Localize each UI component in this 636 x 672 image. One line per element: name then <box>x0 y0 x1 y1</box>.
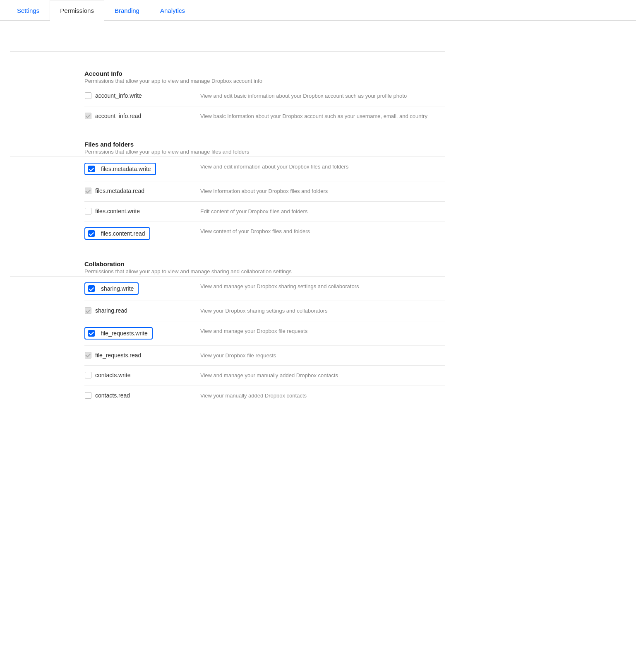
checkbox-sharing_read <box>84 307 92 314</box>
permission-row-files_metadata_read: files.metadata.readView information abou… <box>84 181 445 201</box>
permission-row-files_content_write: files.content.writeEdit content of your … <box>84 202 445 222</box>
permission-desc-account_info_read: View basic information about your Dropbo… <box>200 112 445 120</box>
permission-row-file_requests_write: file_requests.writeView and manage your … <box>84 321 445 346</box>
permission-left-files_metadata_read: files.metadata.read <box>84 187 200 195</box>
group-header-account-info: Account InfoPermissions that allow your … <box>10 62 445 86</box>
perm-subblock-collaboration-1: file_requests.writeView and manage your … <box>10 321 445 366</box>
permission-name-sharing_read: sharing.read <box>95 307 127 314</box>
permission-row-sharing_read: sharing.readView your Dropbox sharing se… <box>84 301 445 321</box>
perm-block-account-info: account_info.writeView and edit basic in… <box>10 86 445 126</box>
permission-highlight-files_metadata_write: files.metadata.write <box>84 163 156 175</box>
checkbox-files_metadata_write[interactable] <box>88 165 95 173</box>
checkbox-contacts_read[interactable] <box>84 392 92 399</box>
permission-desc-files_metadata_write: View and edit information about your Dro… <box>200 163 445 171</box>
permission-left-file_requests_write: file_requests.write <box>84 327 200 340</box>
permission-left-account_info_write: account_info.write <box>84 92 200 99</box>
permission-row-account_info_write: account_info.writeView and edit basic in… <box>84 86 445 106</box>
permission-highlight-file_requests_write: file_requests.write <box>84 327 153 340</box>
permission-name-files_content_write: files.content.write <box>95 208 140 214</box>
individual-scopes-section <box>10 34 445 52</box>
permission-highlight-files_content_read: files.content.read <box>84 227 150 240</box>
permission-name-files_content_read: files.content.read <box>101 230 145 237</box>
group-subtitle-collaboration: Permissions that allow your app to view … <box>84 268 445 275</box>
group-subtitle-files-folders: Permissions that allow your app to view … <box>84 149 445 155</box>
tab-settings[interactable]: Settings <box>7 0 50 21</box>
group-title-collaboration: Collaboration <box>84 260 445 267</box>
checkbox-files_content_write[interactable] <box>84 207 92 215</box>
permission-name-file_requests_read: file_requests.read <box>95 352 141 359</box>
permission-row-contacts_write: contacts.writeView and manage your manua… <box>84 366 445 386</box>
permission-desc-sharing_read: View your Dropbox sharing settings and c… <box>200 307 445 315</box>
permission-desc-file_requests_read: View your Dropbox file requests <box>200 352 445 360</box>
permission-left-files_content_write: files.content.write <box>84 207 200 215</box>
perm-subblock-collaboration-0: sharing.writeView and manage your Dropbo… <box>10 277 445 321</box>
tabs-container: SettingsPermissionsBrandingAnalytics <box>0 0 636 21</box>
permission-desc-files_content_read: View content of your Dropbox files and f… <box>200 227 445 236</box>
permission-name-contacts_read: contacts.read <box>95 392 130 399</box>
permission-name-contacts_write: contacts.write <box>95 372 131 378</box>
group-subtitle-account-info: Permissions that allow your app to view … <box>84 78 445 84</box>
permission-row-sharing_write: sharing.writeView and manage your Dropbo… <box>84 277 445 301</box>
perm-subblock-files-folders-1: files.content.writeEdit content of your … <box>10 202 445 246</box>
tab-permissions[interactable]: Permissions <box>50 0 104 21</box>
permission-desc-files_content_write: Edit content of your Dropbox files and f… <box>200 207 445 216</box>
checkbox-file_requests_write[interactable] <box>88 330 95 337</box>
checkbox-account_info_write[interactable] <box>84 92 92 99</box>
permission-left-sharing_read: sharing.read <box>84 307 200 314</box>
tab-analytics[interactable]: Analytics <box>150 0 195 21</box>
individual-scopes-label <box>10 42 84 43</box>
perm-subblock-files-folders-0: files.metadata.writeView and edit inform… <box>10 157 445 201</box>
group-header-collaboration: CollaborationPermissions that allow your… <box>10 252 445 276</box>
checkbox-file_requests_read <box>84 352 92 359</box>
group-header-files-folders: Files and foldersPermissions that allow … <box>10 132 445 157</box>
permission-desc-file_requests_write: View and manage your Dropbox file reques… <box>200 327 445 335</box>
permission-row-account_info_read: account_info.readView basic information … <box>84 106 445 126</box>
permission-name-files_metadata_read: files.metadata.read <box>95 188 144 194</box>
permission-desc-files_metadata_read: View information about your Dropbox file… <box>200 187 445 195</box>
group-title-files-folders: Files and folders <box>84 141 445 148</box>
permission-left-files_metadata_write: files.metadata.write <box>84 163 200 175</box>
permission-left-contacts_write: contacts.write <box>84 371 200 379</box>
permission-left-sharing_write: sharing.write <box>84 282 200 295</box>
checkbox-sharing_write[interactable] <box>88 285 95 292</box>
permission-left-files_content_read: files.content.read <box>84 227 200 240</box>
permissions-groups: Account InfoPermissions that allow your … <box>10 62 445 412</box>
permission-left-contacts_read: contacts.read <box>84 392 200 399</box>
permission-row-files_content_read: files.content.readView content of your D… <box>84 222 445 246</box>
permission-desc-contacts_write: View and manage your manually added Drop… <box>200 371 445 380</box>
checkbox-files_content_read[interactable] <box>88 230 95 237</box>
checkbox-account_info_read <box>84 112 92 120</box>
permission-left-account_info_read: account_info.read <box>84 112 200 120</box>
main-content: Account InfoPermissions that allow your … <box>0 21 455 422</box>
permission-name-files_metadata_write: files.metadata.write <box>101 166 151 172</box>
permission-name-account_info_read: account_info.read <box>95 113 141 119</box>
permission-name-sharing_write: sharing.write <box>101 285 134 292</box>
tab-branding[interactable]: Branding <box>104 0 150 21</box>
permission-desc-contacts_read: View your manually added Dropbox contact… <box>200 392 445 400</box>
permission-desc-sharing_write: View and manage your Dropbox sharing set… <box>200 282 445 291</box>
permission-left-file_requests_read: file_requests.read <box>84 352 200 359</box>
perm-subblock-collaboration-2: contacts.writeView and manage your manua… <box>10 366 445 405</box>
permission-highlight-sharing_write: sharing.write <box>84 282 139 295</box>
permission-name-file_requests_write: file_requests.write <box>101 330 148 337</box>
checkbox-files_metadata_read <box>84 187 92 195</box>
group-title-account-info: Account Info <box>84 70 445 77</box>
permission-name-account_info_write: account_info.write <box>95 92 142 99</box>
permission-row-contacts_read: contacts.readView your manually added Dr… <box>84 386 445 406</box>
permission-row-files_metadata_write: files.metadata.writeView and edit inform… <box>84 157 445 181</box>
permission-desc-account_info_write: View and edit basic information about yo… <box>200 92 445 100</box>
checkbox-contacts_write[interactable] <box>84 371 92 379</box>
permission-row-file_requests_read: file_requests.readView your Dropbox file… <box>84 346 445 366</box>
